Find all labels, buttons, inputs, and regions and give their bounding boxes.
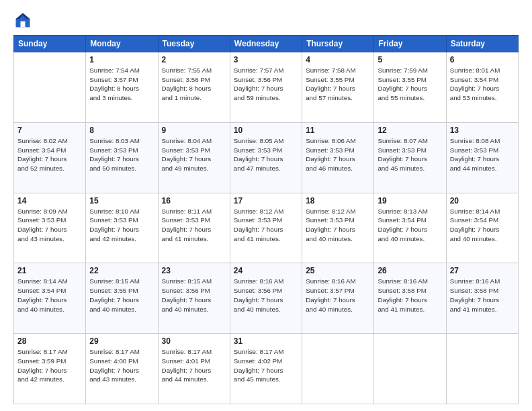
day-number: 25 [306, 266, 370, 275]
day-number: 22 [89, 266, 154, 275]
week-row-2: 7Sunrise: 8:02 AM Sunset: 3:54 PM Daylig… [14, 122, 519, 193]
day-number: 1 [89, 55, 154, 64]
day-info: Sunrise: 8:03 AM Sunset: 3:53 PM Dayligh… [89, 136, 154, 173]
calendar-cell: 24Sunrise: 8:16 AM Sunset: 3:56 PM Dayli… [230, 263, 302, 334]
calendar-cell: 8Sunrise: 8:03 AM Sunset: 3:53 PM Daylig… [86, 122, 158, 193]
calendar-cell: 28Sunrise: 8:17 AM Sunset: 3:59 PM Dayli… [14, 334, 86, 404]
day-info: Sunrise: 8:17 AM Sunset: 4:00 PM Dayligh… [89, 347, 154, 384]
calendar-cell: 14Sunrise: 8:09 AM Sunset: 3:53 PM Dayli… [14, 193, 86, 263]
day-number: 11 [306, 126, 370, 135]
day-number: 17 [234, 196, 298, 205]
calendar-cell: 19Sunrise: 8:13 AM Sunset: 3:54 PM Dayli… [374, 193, 446, 263]
week-row-5: 28Sunrise: 8:17 AM Sunset: 3:59 PM Dayli… [14, 334, 519, 404]
day-number: 3 [234, 55, 298, 64]
day-number: 10 [234, 126, 298, 135]
week-row-3: 14Sunrise: 8:09 AM Sunset: 3:53 PM Dayli… [14, 193, 519, 263]
day-info: Sunrise: 7:54 AM Sunset: 3:57 PM Dayligh… [89, 66, 154, 103]
day-number: 4 [306, 55, 370, 64]
day-info: Sunrise: 8:12 AM Sunset: 3:53 PM Dayligh… [306, 207, 370, 244]
calendar-cell: 5Sunrise: 7:59 AM Sunset: 3:55 PM Daylig… [374, 52, 446, 123]
page: SundayMondayTuesdayWednesdayThursdayFrid… [0, 0, 532, 411]
calendar-cell: 3Sunrise: 7:57 AM Sunset: 3:56 PM Daylig… [230, 52, 302, 123]
calendar-cell: 13Sunrise: 8:08 AM Sunset: 3:53 PM Dayli… [446, 122, 518, 193]
day-info: Sunrise: 8:16 AM Sunset: 3:57 PM Dayligh… [306, 277, 370, 314]
day-number: 23 [162, 266, 226, 275]
day-info: Sunrise: 8:08 AM Sunset: 3:53 PM Dayligh… [450, 136, 515, 173]
header-saturday: Saturday [446, 36, 518, 52]
day-info: Sunrise: 7:58 AM Sunset: 3:55 PM Dayligh… [306, 66, 370, 103]
day-number: 30 [162, 336, 226, 346]
day-info: Sunrise: 8:09 AM Sunset: 3:53 PM Dayligh… [17, 207, 82, 244]
calendar-cell: 11Sunrise: 8:06 AM Sunset: 3:53 PM Dayli… [302, 122, 374, 193]
day-info: Sunrise: 8:13 AM Sunset: 3:54 PM Dayligh… [378, 207, 442, 244]
day-info: Sunrise: 7:57 AM Sunset: 3:56 PM Dayligh… [234, 66, 298, 103]
day-number: 6 [450, 55, 515, 64]
week-row-1: 1Sunrise: 7:54 AM Sunset: 3:57 PM Daylig… [14, 52, 519, 123]
day-number: 16 [162, 196, 226, 205]
day-number: 20 [450, 196, 515, 205]
calendar-cell: 29Sunrise: 8:17 AM Sunset: 4:00 PM Dayli… [86, 334, 158, 404]
day-info: Sunrise: 8:12 AM Sunset: 3:53 PM Dayligh… [234, 207, 298, 244]
day-info: Sunrise: 7:55 AM Sunset: 3:56 PM Dayligh… [162, 66, 226, 103]
day-number: 21 [17, 266, 82, 275]
calendar-cell: 21Sunrise: 8:14 AM Sunset: 3:54 PM Dayli… [14, 263, 86, 334]
day-info: Sunrise: 8:07 AM Sunset: 3:53 PM Dayligh… [378, 136, 442, 173]
day-number: 19 [378, 196, 442, 205]
calendar-cell: 18Sunrise: 8:12 AM Sunset: 3:53 PM Dayli… [302, 193, 374, 263]
day-number: 24 [234, 266, 298, 275]
calendar-cell: 15Sunrise: 8:10 AM Sunset: 3:53 PM Dayli… [86, 193, 158, 263]
logo-icon [13, 11, 32, 30]
day-info: Sunrise: 8:16 AM Sunset: 3:58 PM Dayligh… [450, 277, 515, 314]
calendar-cell: 4Sunrise: 7:58 AM Sunset: 3:55 PM Daylig… [302, 52, 374, 123]
day-number: 13 [450, 126, 515, 135]
calendar-cell: 31Sunrise: 8:17 AM Sunset: 4:02 PM Dayli… [230, 334, 302, 404]
header-monday: Monday [86, 36, 158, 52]
day-number: 14 [17, 196, 82, 205]
calendar-cell: 20Sunrise: 8:14 AM Sunset: 3:54 PM Dayli… [446, 193, 518, 263]
header-friday: Friday [374, 36, 446, 52]
day-info: Sunrise: 7:59 AM Sunset: 3:55 PM Dayligh… [378, 66, 442, 103]
day-info: Sunrise: 8:11 AM Sunset: 3:53 PM Dayligh… [162, 207, 226, 244]
day-number: 2 [162, 55, 226, 64]
day-info: Sunrise: 8:01 AM Sunset: 3:54 PM Dayligh… [450, 66, 515, 103]
day-info: Sunrise: 8:15 AM Sunset: 3:55 PM Dayligh… [89, 277, 154, 314]
header-thursday: Thursday [302, 36, 374, 52]
day-info: Sunrise: 8:17 AM Sunset: 4:02 PM Dayligh… [234, 347, 298, 384]
day-info: Sunrise: 8:06 AM Sunset: 3:53 PM Dayligh… [306, 136, 370, 173]
day-number: 26 [378, 266, 442, 275]
calendar-cell: 6Sunrise: 8:01 AM Sunset: 3:54 PM Daylig… [446, 52, 518, 123]
day-number: 27 [450, 266, 515, 275]
calendar-cell: 17Sunrise: 8:12 AM Sunset: 3:53 PM Dayli… [230, 193, 302, 263]
calendar-cell: 9Sunrise: 8:04 AM Sunset: 3:53 PM Daylig… [158, 122, 230, 193]
header [13, 11, 519, 30]
calendar-cell: 10Sunrise: 8:05 AM Sunset: 3:53 PM Dayli… [230, 122, 302, 193]
calendar-cell: 23Sunrise: 8:15 AM Sunset: 3:56 PM Dayli… [158, 263, 230, 334]
calendar-cell [374, 334, 446, 404]
day-info: Sunrise: 8:05 AM Sunset: 3:53 PM Dayligh… [234, 136, 298, 173]
day-info: Sunrise: 8:17 AM Sunset: 4:01 PM Dayligh… [162, 347, 226, 384]
calendar-cell: 12Sunrise: 8:07 AM Sunset: 3:53 PM Dayli… [374, 122, 446, 193]
calendar-cell [302, 334, 374, 404]
header-tuesday: Tuesday [158, 36, 230, 52]
day-info: Sunrise: 8:16 AM Sunset: 3:58 PM Dayligh… [378, 277, 442, 314]
calendar-cell: 25Sunrise: 8:16 AM Sunset: 3:57 PM Dayli… [302, 263, 374, 334]
day-number: 12 [378, 126, 442, 135]
calendar-table: SundayMondayTuesdayWednesdayThursdayFrid… [13, 35, 519, 404]
day-info: Sunrise: 8:14 AM Sunset: 3:54 PM Dayligh… [17, 277, 82, 314]
header-sunday: Sunday [14, 36, 86, 52]
calendar-header-row: SundayMondayTuesdayWednesdayThursdayFrid… [14, 36, 519, 52]
day-info: Sunrise: 8:14 AM Sunset: 3:54 PM Dayligh… [450, 207, 515, 244]
calendar-cell [446, 334, 518, 404]
day-number: 31 [234, 336, 298, 346]
day-info: Sunrise: 8:02 AM Sunset: 3:54 PM Dayligh… [17, 136, 82, 173]
day-number: 28 [17, 336, 82, 346]
calendar-cell: 7Sunrise: 8:02 AM Sunset: 3:54 PM Daylig… [14, 122, 86, 193]
day-info: Sunrise: 8:04 AM Sunset: 3:53 PM Dayligh… [162, 136, 226, 173]
calendar-cell: 27Sunrise: 8:16 AM Sunset: 3:58 PM Dayli… [446, 263, 518, 334]
svg-rect-2 [21, 21, 26, 28]
calendar-cell: 26Sunrise: 8:16 AM Sunset: 3:58 PM Dayli… [374, 263, 446, 334]
calendar-cell [14, 52, 86, 123]
week-row-4: 21Sunrise: 8:14 AM Sunset: 3:54 PM Dayli… [14, 263, 519, 334]
calendar-cell: 2Sunrise: 7:55 AM Sunset: 3:56 PM Daylig… [158, 52, 230, 123]
day-number: 8 [89, 126, 154, 135]
